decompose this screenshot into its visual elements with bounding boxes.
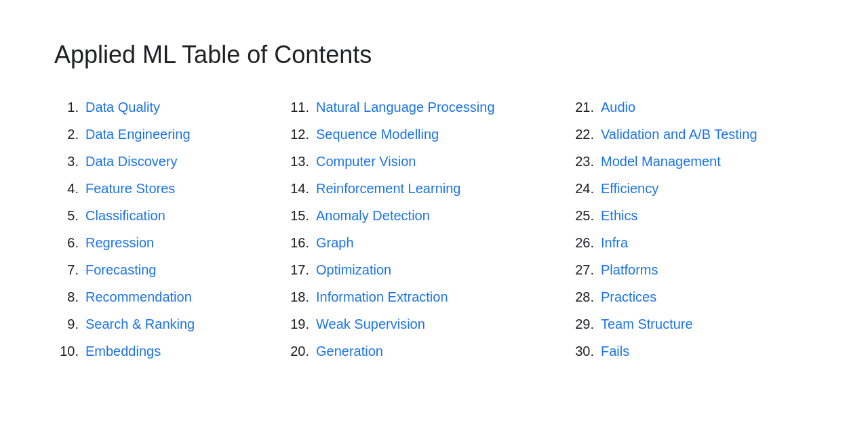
toc-item-number: 1. <box>54 98 79 117</box>
toc-item-link[interactable]: Fails <box>601 342 629 361</box>
toc-item-link[interactable]: Optimization <box>316 260 391 279</box>
toc-item: 9.Search & Ranking <box>54 310 285 338</box>
toc-item-link[interactable]: Graph <box>316 233 354 252</box>
toc-item-link[interactable]: Generation <box>316 342 383 361</box>
toc-item-number: 20. <box>285 342 309 361</box>
toc-item-number: 12. <box>285 125 309 144</box>
toc-item-number: 29. <box>570 314 594 333</box>
toc-item-number: 18. <box>285 287 309 306</box>
toc-item: 2.Data Engineering <box>54 121 285 148</box>
toc-item-link[interactable]: Weak Supervision <box>316 314 425 333</box>
toc-item-link[interactable]: Ethics <box>601 206 637 225</box>
toc-item: 3.Data Discovery <box>54 148 285 175</box>
toc-item: 30.Fails <box>570 338 827 365</box>
toc-item: 16.Graph <box>285 229 570 256</box>
toc-item: 1.Data Quality <box>54 94 285 121</box>
toc-item-number: 8. <box>54 287 79 306</box>
toc-item: 10.Embeddings <box>54 338 285 365</box>
toc-item: 18.Information Extraction <box>285 283 570 310</box>
toc-item-link[interactable]: Forecasting <box>85 260 157 279</box>
toc-item-number: 2. <box>54 125 79 144</box>
toc-item-link[interactable]: Information Extraction <box>316 287 448 306</box>
toc-item: 20.Generation <box>285 338 570 365</box>
toc-item-number: 23. <box>570 152 594 171</box>
toc-item-number: 19. <box>285 314 309 333</box>
toc-item: 19.Weak Supervision <box>285 310 570 338</box>
toc-item-link[interactable]: Model Management <box>601 152 721 171</box>
toc-item: 17.Optimization <box>285 256 570 283</box>
toc-item-number: 27. <box>570 260 594 279</box>
toc-item-link[interactable]: Anomaly Detection <box>316 206 430 225</box>
toc-item-number: 25. <box>570 206 594 225</box>
toc-item-link[interactable]: Search & Ranking <box>85 314 195 333</box>
toc-item-number: 11. <box>285 98 309 117</box>
toc-grid: 1.Data Quality2.Data Engineering3.Data D… <box>54 94 814 365</box>
toc-column-3: 21.Audio22.Validation and A/B Testing23.… <box>570 94 827 365</box>
toc-item-link[interactable]: Reinforcement Learning <box>316 179 460 198</box>
toc-item-number: 28. <box>570 287 594 306</box>
toc-item: 6.Regression <box>54 229 285 256</box>
toc-item-number: 6. <box>54 233 79 252</box>
toc-item-link[interactable]: Validation and A/B Testing <box>601 125 757 144</box>
toc-item-number: 17. <box>285 260 309 279</box>
toc-item-link[interactable]: Data Discovery <box>85 152 178 171</box>
toc-item: 5.Classification <box>54 202 285 229</box>
toc-item: 29.Team Structure <box>570 310 827 338</box>
toc-item-number: 14. <box>285 179 309 198</box>
toc-item-number: 15. <box>285 206 309 225</box>
toc-item-link[interactable]: Audio <box>601 98 635 117</box>
toc-column-2: 11.Natural Language Processing12.Sequenc… <box>285 94 570 365</box>
toc-item: 28.Practices <box>570 283 827 310</box>
toc-item-link[interactable]: Efficiency <box>601 179 658 198</box>
toc-item: 7.Forecasting <box>54 256 285 283</box>
toc-item-number: 10. <box>54 342 79 361</box>
toc-item-link[interactable]: Data Quality <box>85 98 160 117</box>
toc-column-1: 1.Data Quality2.Data Engineering3.Data D… <box>54 94 285 365</box>
toc-item-link[interactable]: Sequence Modelling <box>316 125 439 144</box>
toc-item-number: 21. <box>570 98 594 117</box>
toc-item: 26.Infra <box>570 229 827 256</box>
toc-item-number: 13. <box>285 152 309 171</box>
toc-item-link[interactable]: Natural Language Processing <box>316 98 495 117</box>
toc-item-number: 3. <box>54 152 79 171</box>
toc-item: 27.Platforms <box>570 256 827 283</box>
toc-item-link[interactable]: Practices <box>601 287 656 306</box>
toc-item-link[interactable]: Regression <box>85 233 154 252</box>
toc-item: 14.Reinforcement Learning <box>285 175 570 202</box>
toc-item-link[interactable]: Data Engineering <box>85 125 191 144</box>
toc-item-number: 24. <box>570 179 594 198</box>
toc-item: 8.Recommendation <box>54 283 285 310</box>
toc-item: 21.Audio <box>570 94 827 121</box>
toc-item: 12.Sequence Modelling <box>285 121 570 148</box>
toc-item-number: 30. <box>570 342 594 361</box>
toc-item-number: 22. <box>570 125 594 144</box>
toc-item-link[interactable]: Platforms <box>601 260 658 279</box>
toc-item: 24.Efficiency <box>570 175 827 202</box>
toc-item-number: 26. <box>570 233 594 252</box>
toc-item-number: 5. <box>54 206 79 225</box>
toc-item-number: 4. <box>54 179 79 198</box>
toc-item: 23.Model Management <box>570 148 827 175</box>
toc-item: 22.Validation and A/B Testing <box>570 121 827 148</box>
toc-item: 15.Anomaly Detection <box>285 202 570 229</box>
toc-item: 13.Computer Vision <box>285 148 570 175</box>
toc-item-number: 9. <box>54 314 79 333</box>
toc-item-link[interactable]: Team Structure <box>601 314 693 333</box>
toc-item: 11.Natural Language Processing <box>285 94 570 121</box>
toc-item-link[interactable]: Computer Vision <box>316 152 416 171</box>
toc-item-link[interactable]: Feature Stores <box>85 179 175 198</box>
toc-item-number: 7. <box>54 260 79 279</box>
toc-item-number: 16. <box>285 233 309 252</box>
toc-item-link[interactable]: Classification <box>85 206 165 225</box>
toc-item-link[interactable]: Infra <box>601 233 628 252</box>
toc-item: 4.Feature Stores <box>54 175 285 202</box>
page-title: Applied ML Table of Contents <box>54 41 814 69</box>
toc-item-link[interactable]: Embeddings <box>85 342 161 361</box>
toc-item: 25.Ethics <box>570 202 827 229</box>
page-container: Applied ML Table of Contents 1.Data Qual… <box>0 0 868 405</box>
toc-item-link[interactable]: Recommendation <box>85 287 192 306</box>
